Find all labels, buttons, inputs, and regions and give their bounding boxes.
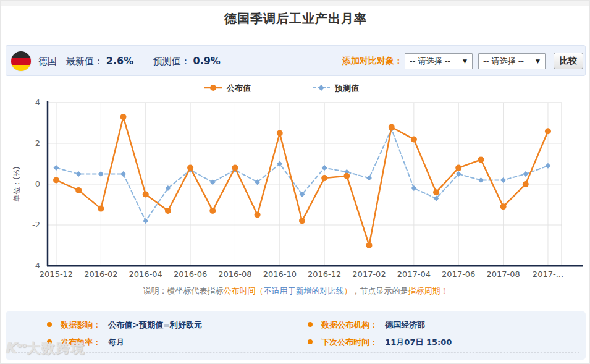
compare-select-1[interactable]: -- 请选择 -- ▼ [405, 53, 473, 69]
dashed-divider [12, 352, 579, 353]
svg-text:2: 2 [35, 138, 40, 148]
latest-value: 2.6% [106, 55, 133, 67]
svg-text:2017-08: 2017-08 [486, 269, 520, 279]
logo-icon: K [4, 339, 17, 357]
flag-stripe-red [11, 58, 31, 65]
info-label: 数据影响： [61, 320, 101, 329]
note-segment: 不适用于新增的对比线 [264, 286, 344, 295]
compare-button[interactable]: 比较 [554, 53, 583, 69]
note-segment: ） [344, 286, 352, 295]
svg-text:公布值: 公布值 [226, 83, 251, 93]
note-segment: 说明：横坐标代表指标 [143, 286, 224, 295]
compare-select-1-value: -- 请选择 -- [410, 56, 450, 66]
svg-text:-2: -2 [32, 220, 40, 229]
add-compare-label: 添加对比对象： [342, 56, 403, 67]
note-segment: 公布时间 [224, 286, 256, 295]
chart-note: 说明：横坐标代表指标公布时间（不适用于新增的对比线），节点显示的是指标周期！ [1, 286, 590, 297]
chevron-down-icon: ▼ [536, 54, 540, 69]
svg-text:2016-10: 2016-10 [263, 269, 297, 279]
info-label: 数据公布机构： [321, 320, 377, 329]
info-value: 公布值>预期值=利好欧元 [108, 320, 202, 329]
bullet-icon [308, 322, 313, 327]
svg-text:4: 4 [35, 98, 40, 107]
svg-text:2016-02: 2016-02 [84, 269, 117, 279]
flag-stripe-black [11, 51, 31, 58]
header-bar: 德国 最新值： 2.6% 预测值： 0.9% 添加对比对象： -- 请选择 --… [6, 45, 586, 76]
chevron-down-icon: ▼ [463, 54, 467, 69]
svg-text:2016-12: 2016-12 [308, 269, 341, 279]
bullet-icon [308, 339, 313, 344]
svg-text:2015-12: 2015-12 [40, 269, 73, 279]
page: 德国季调后工业产出月率 德国 最新值： 2.6% 预测值： 0.9% 添加对比对… [0, 0, 590, 364]
svg-text:2017-...: 2017-... [533, 269, 563, 279]
watermark-text: 大数跨境 [27, 341, 86, 356]
header-stats: 最新值： 2.6% 预测值： 0.9% [66, 55, 221, 67]
info-item-next-release: 下次公布时间： 11月07日 15:00 [308, 336, 452, 349]
page-title: 德国季调后工业产出月率 [1, 11, 590, 27]
germany-flag-icon [11, 51, 31, 71]
svg-text:-4: -4 [32, 261, 40, 270]
compare-select-2-value: -- 请选择 -- [483, 56, 524, 66]
bullet-icon [47, 322, 52, 327]
info-value: 德国经济部 [385, 320, 425, 329]
forecast-value: 0.9% [193, 55, 221, 67]
info-value: 每月 [108, 337, 124, 347]
note-segment: 指标周期！ [408, 286, 449, 295]
svg-text:2016-04: 2016-04 [129, 269, 162, 279]
svg-text:2017-02: 2017-02 [352, 269, 386, 279]
note-segment: （ [256, 286, 264, 295]
svg-text:2017-04: 2017-04 [397, 269, 431, 279]
info-item-agency: 数据公布机构： 德国经济部 [308, 319, 425, 331]
compare-select-2[interactable]: -- 请选择 -- ▼ [478, 53, 546, 69]
info-item-data-impact: 数据影响： 公布值>预期值=利好欧元 [47, 319, 202, 331]
info-value: 11月07日 15:00 [385, 337, 452, 347]
forecast-value-label: 预测值： [153, 56, 190, 67]
latest-value-label: 最新值： [66, 56, 103, 67]
site-watermark-logo: Koo大数跨境 [4, 339, 86, 358]
svg-text:2016-08: 2016-08 [218, 269, 251, 279]
logo-icon: oo [17, 341, 27, 349]
svg-text:2017-06: 2017-06 [442, 269, 475, 279]
country-name: 德国 [38, 56, 57, 67]
note-segment: ，节点显示的是 [352, 286, 408, 295]
info-label: 下次公布时间： [321, 337, 377, 347]
svg-text:2016-06: 2016-06 [174, 269, 207, 279]
svg-text:0: 0 [35, 179, 40, 188]
top-band [1, 1, 590, 6]
line-chart[interactable]: 420-2-42015-122016-022016-042016-062016-… [1, 78, 590, 282]
chart-svg[interactable]: 420-2-42015-122016-022016-042016-062016-… [1, 78, 590, 282]
svg-text:预测值: 预测值 [334, 83, 359, 93]
svg-text:单位：(%): 单位：(%) [12, 167, 21, 202]
flag-stripe-gold [11, 65, 31, 71]
footer-info-panel: 数据影响： 公布值>预期值=利好欧元 发布频率： 每月 数据公布机构： 德国经济… [6, 311, 586, 360]
